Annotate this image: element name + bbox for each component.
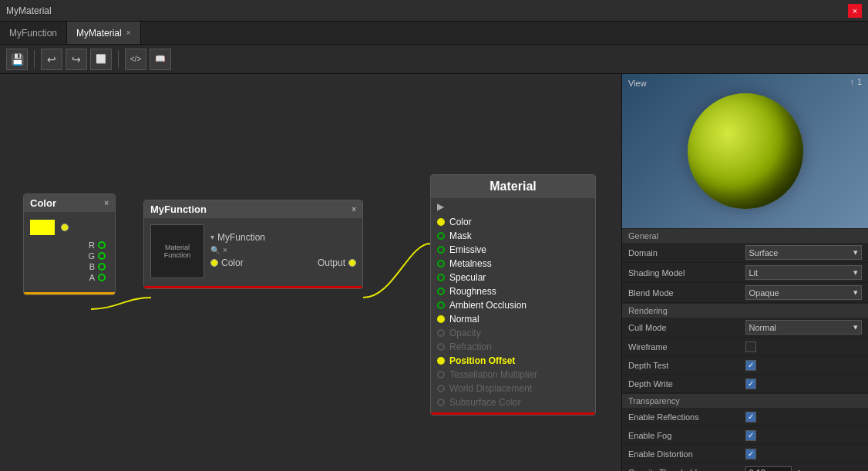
myfunction-input-label: Color — [221, 257, 244, 268]
color-node-close[interactable]: × — [104, 199, 109, 207]
prop-shading-model-label: Shading Model — [628, 268, 745, 278]
prop-shading-model: Shading Model Lit ▾ — [622, 263, 868, 283]
preview-icon[interactable]: ↑ — [849, 77, 854, 86]
channel-b-label: B — [89, 262, 95, 271]
prop-domain-text: Surface — [749, 248, 779, 257]
mat-pin-color-dot[interactable] — [437, 218, 445, 226]
material-node-arrow: ▶ — [431, 198, 595, 215]
material-node-title: Material — [490, 180, 536, 193]
myfunction-title: MyFunction — [150, 204, 207, 215]
prop-depth-write-value: ✓ — [745, 378, 863, 389]
undo-button[interactable]: ↩ — [41, 49, 62, 70]
mat-pin-ao-dot[interactable] — [437, 301, 445, 309]
preview-label: View — [628, 79, 647, 88]
main-area: Color × R G — [0, 74, 868, 471]
prop-depth-write-checkbox[interactable]: ✓ — [745, 378, 756, 389]
channel-g: G — [33, 251, 106, 261]
mat-pin-subsurface-label: Subsurface Color — [449, 397, 521, 408]
mat-pin-color-label: Color — [449, 217, 472, 227]
channel-r-dot[interactable] — [98, 241, 106, 249]
save-button[interactable]: 💾 — [6, 49, 28, 70]
code-button[interactable]: </> — [125, 49, 146, 70]
prop-blend-mode: Blend Mode Opaque ▾ — [622, 283, 868, 303]
mat-pin-opacity-label: Opacity — [449, 328, 481, 338]
myfunction-header: MyFunction × — [144, 200, 362, 218]
mat-pin-mask-dot[interactable] — [437, 232, 445, 240]
prop-blend-mode-dropdown[interactable]: Opaque ▾ — [745, 285, 863, 300]
mat-pin-position-offset-label: Position Offset — [449, 355, 515, 366]
channel-g-dot[interactable] — [98, 252, 106, 260]
depth-write-check-icon: ✓ — [748, 379, 754, 388]
prop-domain-label: Domain — [628, 248, 745, 257]
color-preview[interactable] — [30, 220, 55, 235]
mat-pin-world-disp: World Displacement — [431, 382, 595, 395]
mat-pin-roughness-dot[interactable] — [437, 288, 445, 295]
channel-a-dot[interactable] — [98, 274, 106, 281]
color-node: Color × R G — [23, 193, 116, 295]
prop-enable-reflections-checkbox[interactable]: ✓ — [745, 412, 756, 422]
preview-count: 1 — [857, 77, 862, 86]
prop-enable-distortion: Enable Distortion ✓ — [622, 445, 868, 463]
docs-button[interactable]: 📖 — [150, 49, 171, 70]
mat-pin-world-disp-label: World Displacement — [449, 383, 532, 394]
tab-myfunction[interactable]: MyFunction — [0, 22, 67, 44]
mat-pin-normal-dot[interactable] — [437, 315, 445, 323]
canvas[interactable]: Color × R G — [0, 74, 621, 471]
prop-domain-value: Surface ▾ — [745, 245, 863, 260]
channel-g-label: G — [88, 251, 95, 261]
mat-pin-metalness-label: Metalness — [449, 258, 492, 269]
myfunction-actions: 🔍 × — [210, 246, 356, 254]
mat-pin-color: Color — [431, 215, 595, 229]
prop-opacity-threshold-input[interactable] — [745, 466, 792, 472]
prop-cull-mode-value: Normal ▾ — [745, 320, 863, 335]
redo-button[interactable]: ↪ — [66, 49, 87, 70]
prop-cull-mode-dropdown[interactable]: Normal ▾ — [745, 320, 863, 335]
color-output-dot[interactable] — [61, 224, 69, 231]
fog-check-icon: ✓ — [748, 431, 754, 439]
color-node-bottom-bar — [24, 292, 115, 294]
search-icon[interactable]: 🔍 — [210, 246, 220, 254]
mat-pin-opacity-dot[interactable] — [437, 329, 445, 337]
prop-cull-mode: Cull Mode Normal ▾ — [622, 318, 868, 338]
prop-domain-dropdown[interactable]: Surface ▾ — [745, 245, 863, 260]
tab-mymaterial[interactable]: MyMaterial × — [67, 22, 141, 44]
channel-b-dot[interactable] — [98, 263, 106, 271]
prop-depth-test: Depth Test ✓ — [622, 356, 868, 375]
myfunction-close[interactable]: × — [352, 205, 356, 214]
tab-mymaterial-close[interactable]: × — [126, 29, 131, 37]
mat-pin-tess-mult-dot[interactable] — [437, 371, 445, 378]
prop-opacity-threshold-icon[interactable]: ⤢ — [795, 468, 801, 471]
prop-wireframe: Wireframe — [622, 338, 868, 356]
browse-button[interactable]: ⬜ — [90, 49, 112, 70]
prop-cull-mode-label: Cull Mode — [628, 323, 745, 332]
myfunction-output: Output — [318, 257, 356, 268]
titlebar-close[interactable]: × — [848, 4, 862, 18]
mat-pin-world-disp-dot[interactable] — [437, 385, 445, 392]
channel-a-label: A — [89, 273, 95, 282]
mat-pin-normal: Normal — [431, 312, 595, 326]
prop-depth-test-checkbox[interactable]: ✓ — [745, 360, 756, 371]
mat-pin-position-offset-dot[interactable] — [437, 357, 445, 365]
mat-pin-mask: Mask — [431, 229, 595, 243]
distortion-check-icon: ✓ — [748, 449, 754, 458]
mat-pin-metalness-dot[interactable] — [437, 260, 445, 267]
prop-depth-write-label: Depth Write — [628, 379, 745, 389]
mat-pin-emissive-dot[interactable] — [437, 246, 445, 254]
myfunction-pins: ▾ MyFunction 🔍 × Color Output — [210, 224, 356, 278]
chevron-down-icon-3: ▾ — [853, 288, 858, 298]
mat-pin-specular-dot[interactable] — [437, 274, 445, 281]
prop-enable-distortion-checkbox[interactable]: ✓ — [745, 449, 756, 459]
prop-cull-mode-text: Normal — [749, 323, 776, 332]
prop-shading-model-dropdown[interactable]: Lit ▾ — [745, 265, 863, 280]
mat-pin-subsurface-dot[interactable] — [437, 399, 445, 406]
mat-pin-ao-label: Ambient Occlusion — [449, 300, 527, 311]
myfunction-input-dot[interactable] — [210, 259, 218, 267]
mat-pin-refraction-dot[interactable] — [437, 343, 445, 351]
myfunction-output-dot[interactable] — [348, 259, 356, 267]
prop-opacity-threshold: Opacity Threshold ⤢ — [622, 463, 868, 471]
prop-wireframe-checkbox[interactable] — [745, 341, 756, 352]
myfunction-action-x[interactable]: × — [223, 246, 227, 254]
prop-enable-fog-checkbox[interactable]: ✓ — [745, 430, 756, 441]
mat-pin-position-offset: Position Offset — [431, 354, 595, 368]
section-general: General — [622, 228, 868, 243]
